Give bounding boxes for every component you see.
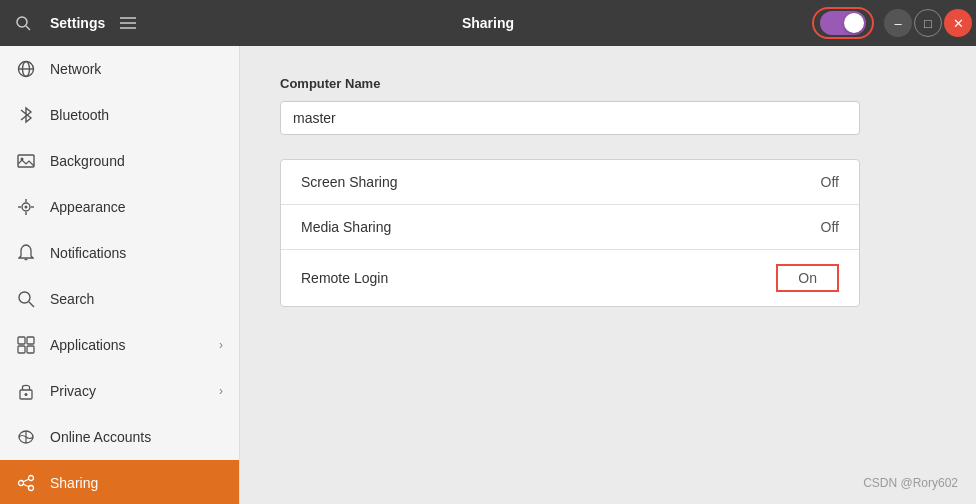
svg-rect-19 [18, 337, 25, 344]
network-icon [16, 59, 36, 79]
online-accounts-icon [16, 427, 36, 447]
sidebar-item-applications[interactable]: Applications › [0, 322, 239, 368]
remote-login-value: On [776, 264, 839, 292]
svg-point-17 [19, 292, 30, 303]
media-sharing-row[interactable]: Media Sharing Off [281, 205, 859, 250]
sidebar-item-notifications[interactable]: Notifications [0, 230, 239, 276]
svg-line-18 [29, 302, 34, 307]
media-sharing-value: Off [821, 219, 839, 235]
toggle-knob [844, 13, 864, 33]
appearance-icon [16, 197, 36, 217]
watermark: CSDN @Rory602 [863, 476, 958, 490]
media-sharing-label: Media Sharing [301, 219, 391, 235]
svg-point-28 [29, 486, 34, 491]
sidebar-item-sharing[interactable]: Sharing [0, 460, 239, 504]
sidebar-label-appearance: Appearance [50, 199, 126, 215]
sidebar-label-sharing: Sharing [50, 475, 98, 491]
sharing-toggle-container[interactable] [812, 7, 874, 39]
computer-name-label: Computer Name [280, 76, 936, 91]
svg-point-26 [29, 476, 34, 481]
privacy-icon [16, 381, 36, 401]
sidebar-label-network: Network [50, 61, 101, 77]
sidebar: Network Bluetooth Background [0, 46, 240, 504]
minimize-button[interactable]: – [884, 9, 912, 37]
remote-login-label: Remote Login [301, 270, 388, 286]
sidebar-item-appearance[interactable]: Appearance [0, 184, 239, 230]
close-button[interactable]: ✕ [944, 9, 972, 37]
search-icon [16, 289, 36, 309]
menu-button[interactable] [105, 0, 151, 46]
sidebar-item-search[interactable]: Search [0, 276, 239, 322]
title-bar: Settings Sharing – □ ✕ [0, 0, 976, 46]
app-title: Settings [46, 15, 105, 31]
svg-point-24 [25, 393, 28, 396]
svg-point-27 [19, 481, 24, 486]
sidebar-item-privacy[interactable]: Privacy › [0, 368, 239, 414]
sharing-icon [16, 473, 36, 493]
sidebar-label-background: Background [50, 153, 125, 169]
screen-sharing-row[interactable]: Screen Sharing Off [281, 160, 859, 205]
applications-chevron: › [219, 338, 223, 352]
svg-rect-22 [27, 346, 34, 353]
sidebar-label-applications: Applications [50, 337, 126, 353]
sidebar-label-online-accounts: Online Accounts [50, 429, 151, 445]
svg-line-29 [23, 479, 29, 482]
screen-sharing-value: Off [821, 174, 839, 190]
computer-name-input[interactable] [280, 101, 860, 135]
content-area: Computer Name Screen Sharing Off Media S… [240, 46, 976, 504]
sidebar-item-bluetooth[interactable]: Bluetooth [0, 92, 239, 138]
svg-point-11 [25, 206, 28, 209]
remote-login-row[interactable]: Remote Login On [281, 250, 859, 306]
svg-rect-20 [27, 337, 34, 344]
bluetooth-icon [16, 105, 36, 125]
window-title: Sharing [462, 15, 514, 31]
sidebar-label-search: Search [50, 291, 94, 307]
svg-line-30 [23, 484, 29, 487]
sidebar-label-bluetooth: Bluetooth [50, 107, 109, 123]
search-button[interactable] [0, 0, 46, 46]
main-area: Network Bluetooth Background [0, 46, 976, 504]
background-icon [16, 151, 36, 171]
notifications-icon [16, 243, 36, 263]
sidebar-label-notifications: Notifications [50, 245, 126, 261]
svg-point-0 [17, 17, 27, 27]
screen-sharing-label: Screen Sharing [301, 174, 398, 190]
sidebar-item-background[interactable]: Background [0, 138, 239, 184]
applications-icon [16, 335, 36, 355]
sharing-toggle[interactable] [820, 11, 866, 35]
sidebar-label-privacy: Privacy [50, 383, 96, 399]
maximize-button[interactable]: □ [914, 9, 942, 37]
sidebar-item-online-accounts[interactable]: Online Accounts [0, 414, 239, 460]
svg-line-1 [26, 26, 30, 30]
svg-rect-21 [18, 346, 25, 353]
privacy-chevron: › [219, 384, 223, 398]
sharing-list: Screen Sharing Off Media Sharing Off Rem… [280, 159, 860, 307]
window-controls: – □ ✕ [884, 9, 972, 37]
sidebar-item-network[interactable]: Network [0, 46, 239, 92]
